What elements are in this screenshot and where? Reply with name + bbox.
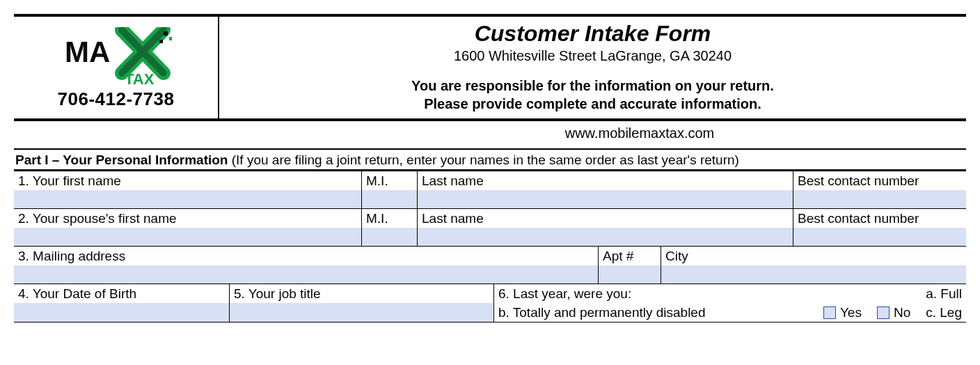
input-job-title[interactable] xyxy=(230,303,494,322)
label-apt: Apt # xyxy=(599,247,661,265)
checkbox-icon xyxy=(823,306,836,319)
row-4-line-b: b. Totally and permanently disabled Yes … xyxy=(14,303,966,322)
label-city: City xyxy=(661,247,966,265)
part-1-title: Part I – Your Personal Information xyxy=(15,153,228,167)
row-2-inputs xyxy=(14,228,966,246)
row-3-inputs xyxy=(14,265,966,284)
q6b-no-option[interactable]: No xyxy=(877,305,910,320)
label-contact: Best contact number xyxy=(793,171,966,190)
company-phone: 706-412-7738 xyxy=(58,88,175,110)
form-title: Customer Intake Form xyxy=(226,21,959,47)
yes-label: Yes xyxy=(840,305,862,320)
q6a-tail: a. Full xyxy=(926,286,962,302)
input-apt[interactable] xyxy=(599,265,661,284)
input-spouse-mi[interactable] xyxy=(362,228,418,246)
part-1-note: (If you are filing a joint return, enter… xyxy=(232,153,739,167)
label-spouse-first: 2. Your spouse's first name xyxy=(14,209,362,228)
form-header: MA TAX 706-412-7738 Customer Intake Form… xyxy=(14,14,966,121)
label-spouse-last: Last name xyxy=(418,209,793,228)
label-last-name: Last name xyxy=(418,171,793,190)
part-1-heading: Part I – Your Personal Information (If y… xyxy=(14,148,966,171)
svg-rect-1 xyxy=(169,37,172,40)
website-url: www.mobilemaxtax.com xyxy=(14,121,966,146)
q6b-text: b. Totally and permanently disabled xyxy=(498,305,823,320)
company-address: 1600 Whitesville Street LaGrange, GA 302… xyxy=(226,48,959,64)
input-spouse-last[interactable] xyxy=(418,228,793,246)
label-mailing-address: 3. Mailing address xyxy=(14,247,599,265)
input-city[interactable] xyxy=(661,265,966,284)
row-4-labels: 4. Your Date of Birth 5. Your job title … xyxy=(14,284,966,303)
input-mailing-address[interactable] xyxy=(14,265,599,284)
logo-ma-text: MA xyxy=(65,36,110,68)
input-dob[interactable] xyxy=(14,303,230,322)
row-2-labels: 2. Your spouse's first name M.I. Last na… xyxy=(14,208,966,228)
svg-rect-2 xyxy=(159,40,163,43)
input-contact[interactable] xyxy=(793,190,966,208)
label-spouse-contact: Best contact number xyxy=(793,209,966,228)
input-spouse-contact[interactable] xyxy=(793,228,966,246)
input-mi[interactable] xyxy=(362,190,418,208)
row-1-labels: 1. Your first name M.I. Last name Best c… xyxy=(14,171,966,190)
q6a-text: 6. Last year, were you: xyxy=(498,286,631,302)
q6b-yes-option[interactable]: Yes xyxy=(823,305,862,320)
input-spouse-first[interactable] xyxy=(14,228,362,246)
disclaimer-line-2: Please provide complete and accurate inf… xyxy=(226,95,959,113)
q6b-tail: c. Leg xyxy=(926,305,962,320)
label-job-title: 5. Your job title xyxy=(230,284,494,303)
header-right: Customer Intake Form 1600 Whitesville St… xyxy=(219,17,966,118)
label-q6a: 6. Last year, were you: a. Full xyxy=(494,284,966,303)
no-label: No xyxy=(894,305,910,320)
header-left: MA TAX 706-412-7738 xyxy=(14,17,219,118)
q6b-area: b. Totally and permanently disabled Yes … xyxy=(494,303,966,322)
label-mi: M.I. xyxy=(362,171,418,190)
maxtax-logo: MA TAX xyxy=(61,27,172,87)
svg-rect-0 xyxy=(164,31,168,36)
disclaimer-line-1: You are responsible for the information … xyxy=(226,77,959,95)
row-1-inputs xyxy=(14,190,966,208)
row-3-labels: 3. Mailing address Apt # City xyxy=(14,246,966,265)
label-spouse-mi: M.I. xyxy=(362,209,418,228)
label-first-name: 1. Your first name xyxy=(14,171,362,190)
label-dob: 4. Your Date of Birth xyxy=(14,284,230,303)
checkbox-icon xyxy=(877,306,890,319)
input-last-name[interactable] xyxy=(418,190,793,208)
bottom-rule xyxy=(14,322,966,323)
logo-tax-text: TAX xyxy=(125,70,155,87)
input-first-name[interactable] xyxy=(14,190,362,208)
